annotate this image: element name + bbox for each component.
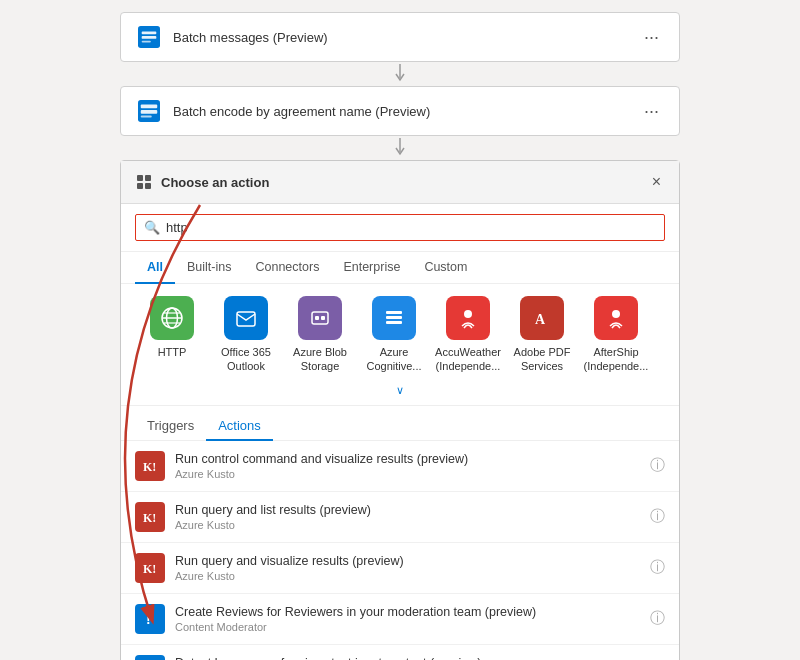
svg-text:K!: K!: [143, 562, 156, 576]
app-azureblob[interactable]: Azure BlobStorage: [283, 296, 357, 374]
action-detect-language-title: Detect Language of a given text input co…: [175, 655, 650, 660]
action-run-query-vis-title: Run query and visualize results (preview…: [175, 553, 650, 569]
svg-rect-23: [386, 311, 402, 314]
svg-rect-10: [137, 175, 143, 181]
flow-arrow-1: [80, 62, 720, 86]
batch-encode-icon: [135, 97, 163, 125]
action-detect-language-text: Detect Language of a given text input co…: [175, 655, 650, 660]
action-create-reviews-info[interactable]: ⓘ: [650, 609, 665, 628]
action-create-reviews-text: Create Reviews for Reviewers in your mod…: [175, 604, 650, 633]
choose-action-panel: Choose an action × 🔍 All Built-ins Conne…: [120, 160, 680, 660]
app-http-label: HTTP: [158, 345, 187, 359]
app-aftership[interactable]: AfterShip(Independe...: [579, 296, 653, 374]
action-create-reviews-icon: !: [135, 604, 165, 634]
flow-block-2-menu[interactable]: ···: [638, 99, 665, 124]
flow-block-1-menu[interactable]: ···: [638, 25, 665, 50]
tab-custom[interactable]: Custom: [412, 252, 479, 284]
svg-rect-2: [142, 36, 157, 39]
app-office365[interactable]: Office 365Outlook: [209, 296, 283, 374]
panel-title: Choose an action: [161, 175, 269, 190]
panel-close-button[interactable]: ×: [648, 171, 665, 193]
action-run-control-info[interactable]: ⓘ: [650, 456, 665, 475]
sub-tab-actions[interactable]: Actions: [206, 412, 273, 441]
svg-rect-25: [386, 321, 402, 324]
sub-tab-triggers[interactable]: Triggers: [135, 412, 206, 441]
svg-point-28: [612, 310, 620, 318]
svg-rect-19: [237, 312, 255, 326]
svg-point-26: [464, 310, 472, 318]
search-input-wrapper[interactable]: 🔍: [135, 214, 665, 241]
svg-text:!: !: [146, 611, 151, 627]
tab-all[interactable]: All: [135, 252, 175, 284]
flow-arrow-2: [80, 136, 720, 160]
svg-rect-24: [386, 316, 402, 319]
action-run-control-text: Run control command and visualize result…: [175, 451, 650, 480]
app-adobepdf[interactable]: A Adobe PDFServices: [505, 296, 579, 374]
app-http[interactable]: HTTP: [135, 296, 209, 374]
action-run-control-sub: Azure Kusto: [175, 468, 650, 480]
app-office365-icon: [224, 296, 268, 340]
batch-messages-icon: [135, 23, 163, 51]
svg-rect-22: [321, 316, 325, 320]
svg-rect-1: [142, 32, 157, 35]
action-detect-language[interactable]: ! Detect Language of a given text input …: [121, 645, 679, 660]
action-run-query-vis[interactable]: K! Run query and visualize results (prev…: [121, 543, 679, 594]
app-azurecog-label: AzureCognitive...: [366, 345, 421, 374]
action-run-query-list-icon: K!: [135, 502, 165, 532]
action-list: K! Run control command and visualize res…: [121, 440, 679, 660]
svg-rect-21: [315, 316, 319, 320]
category-tabs: All Built-ins Connectors Enterprise Cust…: [121, 252, 679, 284]
app-azureblob-icon: [298, 296, 342, 340]
svg-rect-11: [145, 175, 151, 181]
svg-rect-12: [137, 183, 143, 189]
action-run-query-list[interactable]: K! Run query and list results (preview) …: [121, 492, 679, 543]
app-accuweather[interactable]: AccuWeather(Independe...: [431, 296, 505, 374]
svg-text:K!: K!: [143, 460, 156, 474]
flow-block-2[interactable]: Batch encode by agreement name (Preview)…: [120, 86, 680, 136]
action-create-reviews[interactable]: ! Create Reviews for Reviewers in your m…: [121, 594, 679, 645]
svg-rect-20: [312, 312, 328, 324]
action-create-reviews-sub: Content Moderator: [175, 621, 650, 633]
svg-text:A: A: [535, 312, 546, 327]
search-bar: 🔍: [121, 204, 679, 252]
app-http-icon: [150, 296, 194, 340]
app-adobepdf-icon: A: [520, 296, 564, 340]
action-run-query-vis-info[interactable]: ⓘ: [650, 558, 665, 577]
app-office365-label: Office 365Outlook: [221, 345, 271, 374]
action-run-query-vis-icon: K!: [135, 553, 165, 583]
search-input[interactable]: [166, 220, 656, 235]
show-more-button[interactable]: ∨: [396, 384, 404, 397]
app-adobepdf-label: Adobe PDFServices: [514, 345, 571, 374]
search-icon: 🔍: [144, 220, 160, 235]
app-aftership-label: AfterShip(Independe...: [584, 345, 649, 374]
panel-header: Choose an action ×: [121, 161, 679, 204]
app-accuweather-icon: [446, 296, 490, 340]
panel-header-icon: [135, 173, 153, 191]
flow-block-2-label: Batch encode by agreement name (Preview): [173, 104, 638, 119]
action-run-control-title: Run control command and visualize result…: [175, 451, 650, 467]
action-run-control[interactable]: K! Run control command and visualize res…: [121, 441, 679, 492]
flow-block-1[interactable]: Batch messages (Preview) ···: [120, 12, 680, 62]
svg-rect-3: [142, 41, 151, 43]
action-run-query-vis-text: Run query and visualize results (preview…: [175, 553, 650, 582]
action-detect-language-icon: !: [135, 655, 165, 660]
flow-block-1-label: Batch messages (Preview): [173, 30, 638, 45]
sub-tabs-row: Triggers Actions: [121, 406, 679, 440]
tab-enterprise[interactable]: Enterprise: [331, 252, 412, 284]
tab-connectors[interactable]: Connectors: [243, 252, 331, 284]
panel-header-left: Choose an action: [135, 173, 269, 191]
app-azureblob-label: Azure BlobStorage: [293, 345, 347, 374]
app-azurecog-icon: [372, 296, 416, 340]
tab-builtins[interactable]: Built-ins: [175, 252, 243, 284]
show-more-row: ∨: [121, 380, 679, 406]
action-run-query-list-info[interactable]: ⓘ: [650, 507, 665, 526]
svg-text:K!: K!: [143, 511, 156, 525]
app-azurecog[interactable]: AzureCognitive...: [357, 296, 431, 374]
svg-rect-13: [145, 183, 151, 189]
action-run-query-vis-sub: Azure Kusto: [175, 570, 650, 582]
action-create-reviews-title: Create Reviews for Reviewers in your mod…: [175, 604, 650, 620]
apps-grid: HTTP Office 365Outlook: [121, 284, 679, 380]
svg-rect-6: [141, 105, 158, 109]
svg-rect-7: [141, 110, 158, 114]
action-run-query-list-text: Run query and list results (preview) Azu…: [175, 502, 650, 531]
